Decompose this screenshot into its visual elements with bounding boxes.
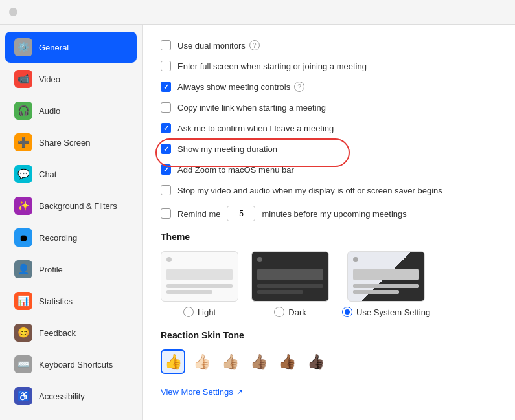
accessibility-icon: ♿ xyxy=(14,387,32,405)
sidebar-label-statistics: Statistics xyxy=(39,296,73,306)
setting-row-confirm-leave: Ask me to confirm when I leave a meeting xyxy=(161,123,497,133)
label-stop-video: Stop my video and audio when my display … xyxy=(177,186,442,195)
minutes-input[interactable] xyxy=(227,206,255,221)
theme-label-dark: Dark xyxy=(288,307,306,317)
traffic-light xyxy=(9,8,17,16)
setting-row-fullscreen: Enter full screen when starting or joini… xyxy=(161,61,497,71)
theme-radio-system-row: Use System Setting xyxy=(342,307,430,317)
sidebar-label-feedback: Feedback xyxy=(39,328,76,338)
setting-row-meeting-controls: Always show meeting controls? xyxy=(161,82,497,92)
video-icon: 📹 xyxy=(14,70,32,88)
view-more-label: View More Settings xyxy=(161,387,233,397)
sidebar-label-accessibility: Accessibility xyxy=(39,392,85,401)
skin-tone-btn-3[interactable]: 👍🏽 xyxy=(246,349,271,374)
checkbox-stop-video[interactable] xyxy=(161,185,171,195)
theme-section-title: Theme xyxy=(161,232,497,242)
theme-label-light: Light xyxy=(198,307,216,317)
sidebar-item-feedback[interactable]: 😊Feedback xyxy=(5,317,137,348)
setting-row-dual-monitors: Use dual monitors? xyxy=(161,40,497,50)
sidebar-item-video[interactable]: 📹Video xyxy=(5,63,137,94)
remind-label1: Remind me xyxy=(177,209,220,219)
radio-system[interactable] xyxy=(342,307,352,317)
help-icon-meeting-controls[interactable]: ? xyxy=(294,82,304,92)
radio-light[interactable] xyxy=(183,307,194,317)
skin-tone-btn-4[interactable]: 👍🏾 xyxy=(275,349,299,374)
setting-row-meeting-duration: Show my meeting duration xyxy=(161,144,497,154)
setting-row-stop-video: Stop my video and audio when my display … xyxy=(161,185,497,195)
checkbox-copy-invite[interactable] xyxy=(161,102,171,113)
label-fullscreen: Enter full screen when starting or joini… xyxy=(177,61,367,71)
label-copy-invite: Copy invite link when starting a meeting xyxy=(177,103,326,113)
sidebar-item-share-screen[interactable]: ➕Share Screen xyxy=(5,127,137,158)
share-screen-icon: ➕ xyxy=(14,133,32,151)
checkbox-remind[interactable] xyxy=(161,208,171,219)
label-dual-monitors: Use dual monitors? xyxy=(177,40,260,50)
sidebar-item-audio[interactable]: 🎧Audio xyxy=(5,95,137,126)
profile-icon: 👤 xyxy=(14,260,32,278)
skin-tone-btn-2[interactable]: 👍🏼 xyxy=(218,349,242,374)
label-confirm-leave: Ask me to confirm when I leave a meeting xyxy=(177,124,334,133)
setting-row-zoom-menu: Add Zoom to macOS menu bar xyxy=(161,164,497,175)
theme-preview-light xyxy=(161,251,238,302)
statistics-icon: 📊 xyxy=(14,292,32,310)
general-icon: ⚙️ xyxy=(14,38,32,56)
sidebar-label-background: Background & Filters xyxy=(39,201,117,211)
sidebar-label-video: Video xyxy=(39,74,60,84)
external-link-icon: ↗ xyxy=(236,388,243,397)
theme-radio-light-row: Light xyxy=(183,307,216,317)
checkbox-meeting-controls[interactable] xyxy=(161,82,171,92)
skin-tone-btn-5[interactable]: 👍🏿 xyxy=(303,349,328,374)
radio-dark[interactable] xyxy=(274,307,284,317)
label-meeting-controls: Always show meeting controls? xyxy=(177,82,304,92)
label-meeting-duration: Show my meeting duration xyxy=(177,144,277,154)
sidebar-item-statistics[interactable]: 📊Statistics xyxy=(5,285,137,316)
theme-option-dark[interactable]: Dark xyxy=(251,251,329,317)
skin-tone-btn-1[interactable]: 👍🏻 xyxy=(189,349,214,374)
sidebar-label-general: General xyxy=(39,43,69,52)
chat-icon: 💬 xyxy=(14,165,32,183)
view-more-link[interactable]: View More Settings↗ xyxy=(161,387,497,397)
sidebar-item-keyboard[interactable]: ⌨️Keyboard Shortcuts xyxy=(5,349,137,380)
main-container: ⚙️General📹Video🎧Audio➕Share Screen💬Chat✨… xyxy=(0,25,515,420)
settings-content: Use dual monitors?Enter full screen when… xyxy=(143,25,515,420)
recording-icon: ⏺ xyxy=(14,228,32,247)
checkbox-zoom-menu[interactable] xyxy=(161,164,171,175)
theme-radio-dark-row: Dark xyxy=(274,307,306,317)
label-zoom-menu: Add Zoom to macOS menu bar xyxy=(177,165,294,175)
background-icon: ✨ xyxy=(14,197,32,215)
theme-option-light[interactable]: Light xyxy=(161,251,238,317)
remind-label2: minutes before my upcoming meetings xyxy=(262,209,406,219)
checkbox-confirm-leave[interactable] xyxy=(161,123,171,133)
sidebar: ⚙️General📹Video🎧Audio➕Share Screen💬Chat✨… xyxy=(0,25,143,420)
feedback-icon: 😊 xyxy=(14,324,32,342)
sidebar-item-recording[interactable]: ⏺Recording xyxy=(5,222,137,253)
skin-tone-btn-0[interactable]: 👍 xyxy=(161,349,185,374)
title-bar xyxy=(0,0,515,25)
sidebar-item-background[interactable]: ✨Background & Filters xyxy=(5,190,137,221)
sidebar-label-recording: Recording xyxy=(39,233,77,243)
sidebar-item-general[interactable]: ⚙️General xyxy=(5,32,137,63)
sidebar-label-profile: Profile xyxy=(39,265,63,274)
sidebar-item-chat[interactable]: 💬Chat xyxy=(5,159,137,190)
theme-option-system[interactable]: Use System Setting xyxy=(342,251,430,317)
checkbox-fullscreen[interactable] xyxy=(161,61,171,71)
remind-me-row: Remind meminutes before my upcoming meet… xyxy=(161,206,497,221)
audio-icon: 🎧 xyxy=(14,102,32,120)
help-icon-dual-monitors[interactable]: ? xyxy=(249,40,260,50)
sidebar-label-audio: Audio xyxy=(39,106,60,116)
sidebar-label-chat: Chat xyxy=(39,170,56,179)
theme-preview-dark xyxy=(251,251,329,302)
skin-tone-title: Reaction Skin Tone xyxy=(161,330,497,340)
sidebar-label-share-screen: Share Screen xyxy=(39,138,91,148)
skin-tone-row: 👍👍🏻👍🏼👍🏽👍🏾👍🏿 xyxy=(161,349,497,374)
theme-label-system: Use System Setting xyxy=(356,307,430,317)
setting-row-copy-invite: Copy invite link when starting a meeting xyxy=(161,102,497,113)
checkbox-meeting-duration[interactable] xyxy=(161,144,171,154)
theme-row: Light Dark Use System Setting xyxy=(161,251,497,317)
theme-preview-system xyxy=(347,251,425,302)
sidebar-item-accessibility[interactable]: ♿Accessibility xyxy=(5,381,137,412)
checkbox-dual-monitors[interactable] xyxy=(161,40,171,50)
sidebar-item-profile[interactable]: 👤Profile xyxy=(5,254,137,285)
keyboard-icon: ⌨️ xyxy=(14,355,32,373)
sidebar-label-keyboard: Keyboard Shortcuts xyxy=(39,360,113,370)
